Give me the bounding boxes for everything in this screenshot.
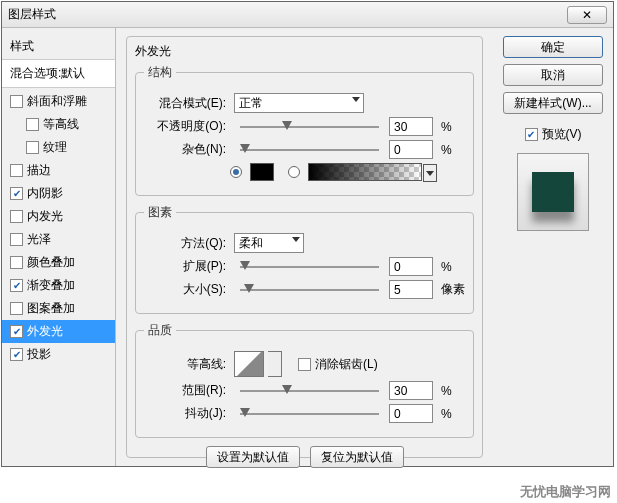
style-item-2[interactable]: 纹理 <box>2 136 115 159</box>
style-item-label: 等高线 <box>43 116 79 133</box>
style-checkbox[interactable] <box>10 279 23 292</box>
style-checkbox[interactable] <box>10 348 23 361</box>
method-select[interactable]: 柔和 <box>234 233 304 253</box>
noise-unit: % <box>437 143 465 157</box>
style-item-10[interactable]: 外发光 <box>2 320 115 343</box>
spread-slider[interactable] <box>240 259 379 275</box>
ok-button[interactable]: 确定 <box>503 36 603 58</box>
spread-label: 扩展(P): <box>144 258 230 275</box>
style-item-label: 内阴影 <box>27 185 63 202</box>
new-style-button[interactable]: 新建样式(W)... <box>503 92 603 114</box>
style-item-label: 斜面和浮雕 <box>27 93 87 110</box>
style-checkbox[interactable] <box>26 118 39 131</box>
opacity-label: 不透明度(O): <box>144 118 230 135</box>
quality-group: 品质 等高线: 消除锯齿(L) 范围(R): 30 % <box>135 322 474 438</box>
size-label: 大小(S): <box>144 281 230 298</box>
reset-default-button[interactable]: 复位为默认值 <box>310 446 404 468</box>
layer-style-dialog: 图层样式 ✕ 样式 混合选项:默认 斜面和浮雕等高线纹理描边内阴影内发光光泽颜色… <box>1 1 614 467</box>
style-checkbox[interactable] <box>10 233 23 246</box>
style-item-label: 投影 <box>27 346 51 363</box>
gradient-dropdown[interactable] <box>423 164 437 182</box>
style-checkbox[interactable] <box>10 164 23 177</box>
structure-group: 结构 混合模式(E): 正常 不透明度(O): 30 % <box>135 64 474 196</box>
opacity-unit: % <box>437 120 465 134</box>
style-checkbox[interactable] <box>10 210 23 223</box>
style-item-7[interactable]: 颜色叠加 <box>2 251 115 274</box>
jitter-label: 抖动(J): <box>144 405 230 422</box>
spread-unit: % <box>437 260 465 274</box>
styles-sidebar: 样式 混合选项:默认 斜面和浮雕等高线纹理描边内阴影内发光光泽颜色叠加渐变叠加图… <box>2 28 116 466</box>
style-item-label: 图案叠加 <box>27 300 75 317</box>
main-panel: 外发光 结构 混合模式(E): 正常 不透明度(O): 30 <box>116 28 493 466</box>
opacity-input[interactable]: 30 <box>389 117 433 136</box>
right-sidebar: 确定 取消 新建样式(W)... 预览(V) <box>493 28 613 466</box>
style-item-label: 纹理 <box>43 139 67 156</box>
method-value: 柔和 <box>239 235 263 252</box>
style-item-4[interactable]: 内阴影 <box>2 182 115 205</box>
style-checkbox[interactable] <box>10 95 23 108</box>
elements-legend: 图素 <box>144 204 176 221</box>
make-default-button[interactable]: 设置为默认值 <box>206 446 300 468</box>
style-item-9[interactable]: 图案叠加 <box>2 297 115 320</box>
dialog-title: 图层样式 <box>8 6 567 23</box>
style-item-6[interactable]: 光泽 <box>2 228 115 251</box>
style-item-0[interactable]: 斜面和浮雕 <box>2 90 115 113</box>
contour-label: 等高线: <box>144 356 230 373</box>
titlebar: 图层样式 ✕ <box>2 2 613 28</box>
spread-input[interactable]: 0 <box>389 257 433 276</box>
range-label: 范围(R): <box>144 382 230 399</box>
preview-checkbox[interactable] <box>525 128 538 141</box>
range-slider[interactable] <box>240 383 379 399</box>
noise-input[interactable]: 0 <box>389 140 433 159</box>
style-checkbox[interactable] <box>26 141 39 154</box>
style-item-8[interactable]: 渐变叠加 <box>2 274 115 297</box>
elements-group: 图素 方法(Q): 柔和 扩展(P): 0 % <box>135 204 474 314</box>
style-checkbox[interactable] <box>10 256 23 269</box>
close-button[interactable]: ✕ <box>567 6 607 24</box>
jitter-slider[interactable] <box>240 406 379 422</box>
contour-dropdown[interactable] <box>268 351 282 377</box>
blend-mode-value: 正常 <box>239 95 263 112</box>
style-item-5[interactable]: 内发光 <box>2 205 115 228</box>
noise-slider[interactable] <box>240 142 379 158</box>
style-checkbox[interactable] <box>10 187 23 200</box>
blend-options-item[interactable]: 混合选项:默认 <box>2 60 115 88</box>
chevron-down-icon <box>352 97 360 102</box>
style-item-1[interactable]: 等高线 <box>2 113 115 136</box>
preview-thumbnail <box>517 153 589 231</box>
jitter-unit: % <box>437 407 465 421</box>
opacity-slider[interactable] <box>240 119 379 135</box>
style-item-label: 光泽 <box>27 231 51 248</box>
size-slider[interactable] <box>240 282 379 298</box>
color-radio[interactable] <box>230 166 242 178</box>
style-checkbox[interactable] <box>10 302 23 315</box>
gradient-radio[interactable] <box>288 166 300 178</box>
size-input[interactable]: 5 <box>389 280 433 299</box>
preview-label: 预览(V) <box>542 126 582 143</box>
range-unit: % <box>437 384 465 398</box>
antialias-checkbox[interactable] <box>298 358 311 371</box>
style-item-label: 渐变叠加 <box>27 277 75 294</box>
jitter-input[interactable]: 0 <box>389 404 433 423</box>
style-item-label: 颜色叠加 <box>27 254 75 271</box>
cancel-button[interactable]: 取消 <box>503 64 603 86</box>
blend-mode-select[interactable]: 正常 <box>234 93 364 113</box>
range-input[interactable]: 30 <box>389 381 433 400</box>
style-item-11[interactable]: 投影 <box>2 343 115 366</box>
panel-title: 外发光 <box>135 43 474 60</box>
style-item-label: 描边 <box>27 162 51 179</box>
style-item-label: 外发光 <box>27 323 63 340</box>
quality-legend: 品质 <box>144 322 176 339</box>
color-swatch[interactable] <box>250 163 274 181</box>
chevron-down-icon <box>292 237 300 242</box>
close-icon: ✕ <box>582 8 592 22</box>
style-item-label: 内发光 <box>27 208 63 225</box>
size-unit: 像素 <box>437 281 465 298</box>
contour-picker[interactable] <box>234 351 264 377</box>
noise-label: 杂色(N): <box>144 141 230 158</box>
style-checkbox[interactable] <box>10 325 23 338</box>
antialias-label: 消除锯齿(L) <box>315 356 378 373</box>
gradient-picker[interactable] <box>308 163 422 181</box>
style-item-3[interactable]: 描边 <box>2 159 115 182</box>
styles-header: 样式 <box>2 34 115 60</box>
